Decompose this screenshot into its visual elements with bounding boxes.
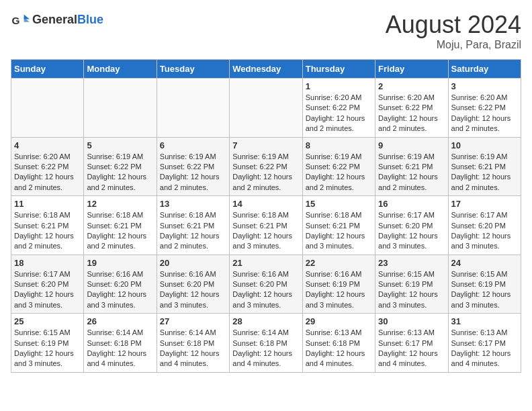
calendar-cell: 29Sunrise: 6:13 AM Sunset: 6:18 PM Dayli… — [302, 314, 375, 373]
day-info: Sunrise: 6:15 AM Sunset: 6:19 PM Dayligh… — [378, 269, 445, 311]
day-number: 13 — [160, 199, 226, 209]
day-number: 17 — [451, 199, 518, 209]
day-info: Sunrise: 6:17 AM Sunset: 6:20 PM Dayligh… — [378, 210, 445, 252]
day-number: 28 — [232, 316, 299, 326]
calendar-week: 11Sunrise: 6:18 AM Sunset: 6:21 PM Dayli… — [11, 196, 521, 255]
day-number: 9 — [378, 140, 445, 150]
day-info: Sunrise: 6:20 AM Sunset: 6:22 PM Dayligh… — [378, 93, 445, 134]
day-number: 20 — [160, 258, 226, 268]
day-info: Sunrise: 6:18 AM Sunset: 6:21 PM Dayligh… — [160, 210, 226, 252]
day-number: 26 — [87, 316, 153, 326]
day-number: 12 — [87, 199, 153, 209]
svg-text:G: G — [11, 15, 19, 26]
calendar-cell: 7Sunrise: 6:19 AM Sunset: 6:22 PM Daylig… — [230, 137, 302, 196]
calendar-cell — [230, 79, 302, 138]
day-info: Sunrise: 6:14 AM Sunset: 6:18 PM Dayligh… — [160, 328, 226, 369]
calendar-week: 4Sunrise: 6:20 AM Sunset: 6:22 PM Daylig… — [11, 137, 521, 196]
calendar-cell: 23Sunrise: 6:15 AM Sunset: 6:19 PM Dayli… — [375, 255, 448, 314]
calendar-cell: 30Sunrise: 6:13 AM Sunset: 6:17 PM Dayli… — [375, 314, 448, 373]
day-info: Sunrise: 6:18 AM Sunset: 6:21 PM Dayligh… — [87, 210, 153, 252]
calendar-cell — [84, 79, 157, 138]
day-info: Sunrise: 6:17 AM Sunset: 6:20 PM Dayligh… — [451, 210, 518, 252]
calendar-cell: 19Sunrise: 6:16 AM Sunset: 6:20 PM Dayli… — [84, 255, 157, 314]
day-number: 19 — [87, 258, 153, 268]
day-info: Sunrise: 6:20 AM Sunset: 6:22 PM Dayligh… — [14, 152, 81, 193]
calendar-week: 18Sunrise: 6:17 AM Sunset: 6:20 PM Dayli… — [11, 255, 521, 314]
day-number: 1 — [306, 81, 372, 91]
day-number: 5 — [87, 140, 153, 150]
calendar-cell: 26Sunrise: 6:14 AM Sunset: 6:18 PM Dayli… — [84, 314, 157, 373]
day-number: 8 — [306, 140, 372, 150]
day-info: Sunrise: 6:18 AM Sunset: 6:21 PM Dayligh… — [14, 210, 81, 252]
calendar-cell: 27Sunrise: 6:14 AM Sunset: 6:18 PM Dayli… — [157, 314, 229, 373]
weekday-header: Saturday — [448, 60, 521, 79]
calendar-cell: 22Sunrise: 6:16 AM Sunset: 6:19 PM Dayli… — [302, 255, 375, 314]
day-info: Sunrise: 6:17 AM Sunset: 6:20 PM Dayligh… — [14, 269, 81, 311]
calendar-cell: 9Sunrise: 6:19 AM Sunset: 6:21 PM Daylig… — [375, 137, 448, 196]
day-number: 11 — [14, 199, 81, 209]
title-area: August 2024 Moju, Para, Brazil — [386, 11, 521, 51]
calendar-header: SundayMondayTuesdayWednesdayThursdayFrid… — [11, 60, 521, 79]
calendar-cell: 12Sunrise: 6:18 AM Sunset: 6:21 PM Dayli… — [84, 196, 157, 255]
calendar-cell: 16Sunrise: 6:17 AM Sunset: 6:20 PM Dayli… — [375, 196, 448, 255]
day-number: 14 — [232, 199, 299, 209]
day-info: Sunrise: 6:14 AM Sunset: 6:18 PM Dayligh… — [87, 328, 153, 369]
day-number: 18 — [14, 258, 81, 268]
day-info: Sunrise: 6:20 AM Sunset: 6:22 PM Dayligh… — [451, 93, 518, 134]
weekday-header: Sunday — [11, 60, 84, 79]
calendar-cell — [157, 79, 229, 138]
weekday-header: Monday — [84, 60, 157, 79]
calendar-cell: 15Sunrise: 6:18 AM Sunset: 6:21 PM Dayli… — [302, 196, 375, 255]
day-info: Sunrise: 6:19 AM Sunset: 6:22 PM Dayligh… — [160, 152, 226, 193]
calendar-cell: 3Sunrise: 6:20 AM Sunset: 6:22 PM Daylig… — [448, 79, 521, 138]
day-info: Sunrise: 6:19 AM Sunset: 6:22 PM Dayligh… — [232, 152, 299, 193]
day-info: Sunrise: 6:16 AM Sunset: 6:19 PM Dayligh… — [306, 269, 372, 311]
day-number: 15 — [306, 199, 372, 209]
day-number: 31 — [451, 316, 518, 326]
weekday-header: Friday — [375, 60, 448, 79]
calendar-cell: 10Sunrise: 6:19 AM Sunset: 6:21 PM Dayli… — [448, 137, 521, 196]
day-info: Sunrise: 6:13 AM Sunset: 6:17 PM Dayligh… — [378, 328, 445, 369]
logo-text: GeneralBlue — [32, 13, 103, 27]
day-number: 22 — [306, 258, 372, 268]
calendar-cell: 1Sunrise: 6:20 AM Sunset: 6:22 PM Daylig… — [302, 79, 375, 138]
calendar-cell: 24Sunrise: 6:15 AM Sunset: 6:19 PM Dayli… — [448, 255, 521, 314]
calendar-table: SundayMondayTuesdayWednesdayThursdayFrid… — [11, 59, 521, 373]
logo: G GeneralBlue — [11, 11, 103, 30]
calendar-cell: 18Sunrise: 6:17 AM Sunset: 6:20 PM Dayli… — [11, 255, 84, 314]
page-header: G GeneralBlue August 2024 Moju, Para, Br… — [11, 11, 521, 51]
day-info: Sunrise: 6:19 AM Sunset: 6:22 PM Dayligh… — [306, 152, 372, 193]
day-info: Sunrise: 6:16 AM Sunset: 6:20 PM Dayligh… — [160, 269, 226, 311]
weekday-header: Tuesday — [157, 60, 229, 79]
day-number: 3 — [451, 81, 518, 91]
day-info: Sunrise: 6:15 AM Sunset: 6:19 PM Dayligh… — [14, 328, 81, 369]
calendar-cell: 17Sunrise: 6:17 AM Sunset: 6:20 PM Dayli… — [448, 196, 521, 255]
calendar-cell: 2Sunrise: 6:20 AM Sunset: 6:22 PM Daylig… — [375, 79, 448, 138]
day-info: Sunrise: 6:18 AM Sunset: 6:21 PM Dayligh… — [232, 210, 299, 252]
day-info: Sunrise: 6:13 AM Sunset: 6:18 PM Dayligh… — [306, 328, 372, 369]
calendar-cell: 28Sunrise: 6:14 AM Sunset: 6:18 PM Dayli… — [230, 314, 302, 373]
day-number: 16 — [378, 199, 445, 209]
day-info: Sunrise: 6:19 AM Sunset: 6:21 PM Dayligh… — [451, 152, 518, 193]
day-number: 10 — [451, 140, 518, 150]
calendar-cell: 14Sunrise: 6:18 AM Sunset: 6:21 PM Dayli… — [230, 196, 302, 255]
calendar-cell: 20Sunrise: 6:16 AM Sunset: 6:20 PM Dayli… — [157, 255, 229, 314]
weekday-header: Wednesday — [230, 60, 302, 79]
day-info: Sunrise: 6:18 AM Sunset: 6:21 PM Dayligh… — [306, 210, 372, 252]
day-number: 24 — [451, 258, 518, 268]
day-number: 21 — [232, 258, 299, 268]
day-number: 2 — [378, 81, 445, 91]
day-info: Sunrise: 6:16 AM Sunset: 6:20 PM Dayligh… — [87, 269, 153, 311]
day-number: 30 — [378, 316, 445, 326]
header-row: SundayMondayTuesdayWednesdayThursdayFrid… — [11, 60, 521, 79]
calendar-cell: 8Sunrise: 6:19 AM Sunset: 6:22 PM Daylig… — [302, 137, 375, 196]
calendar-cell: 13Sunrise: 6:18 AM Sunset: 6:21 PM Dayli… — [157, 196, 229, 255]
day-info: Sunrise: 6:19 AM Sunset: 6:22 PM Dayligh… — [87, 152, 153, 193]
logo-icon: G — [11, 11, 30, 30]
calendar-cell: 25Sunrise: 6:15 AM Sunset: 6:19 PM Dayli… — [11, 314, 84, 373]
day-info: Sunrise: 6:20 AM Sunset: 6:22 PM Dayligh… — [306, 93, 372, 134]
day-number: 7 — [232, 140, 299, 150]
calendar-week: 25Sunrise: 6:15 AM Sunset: 6:19 PM Dayli… — [11, 314, 521, 373]
day-info: Sunrise: 6:14 AM Sunset: 6:18 PM Dayligh… — [232, 328, 299, 369]
calendar-cell: 31Sunrise: 6:13 AM Sunset: 6:17 PM Dayli… — [448, 314, 521, 373]
